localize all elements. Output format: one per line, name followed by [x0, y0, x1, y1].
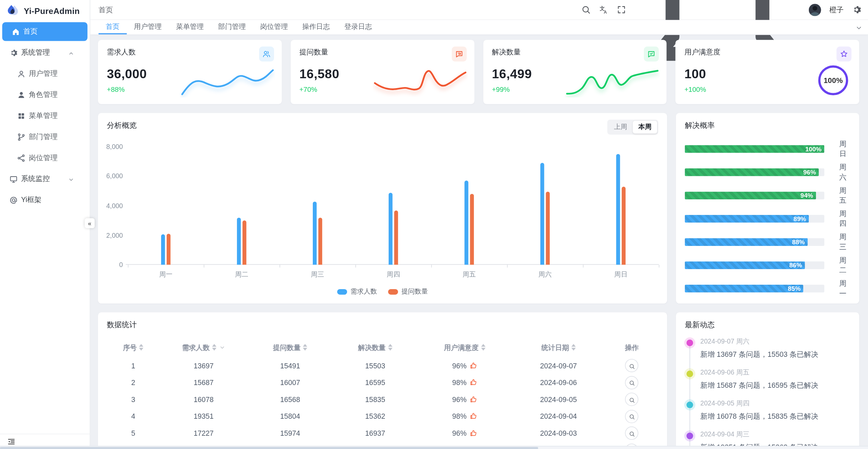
- search-icon[interactable]: [581, 5, 591, 15]
- sort-carets-icon[interactable]: [212, 344, 216, 351]
- bar-提问数量: [546, 192, 550, 265]
- timeline-item: 2024-09-06 周五新增 15687 条问题，16595 条已解决: [685, 368, 852, 390]
- x-axis-label: 周日: [583, 270, 659, 279]
- view-detail-button[interactable]: [625, 376, 639, 389]
- column-header-label: 用户满意度: [444, 344, 479, 352]
- sidebar-item-角色管理[interactable]: 角色管理: [0, 84, 90, 105]
- sidebar-item-菜单管理[interactable]: 菜单管理: [0, 105, 90, 126]
- satisfaction-cell: 96%: [418, 391, 512, 408]
- view-detail-button[interactable]: [625, 359, 639, 372]
- sidebar-item-首页[interactable]: 首页: [2, 22, 88, 41]
- tab-用户管理[interactable]: 用户管理: [127, 20, 169, 34]
- middle-row: 分析概览 上周本周 02,0004,0006,0008,000周一周二周三周四周…: [98, 113, 859, 303]
- sort-carets-icon[interactable]: [303, 344, 307, 351]
- sidebar-item-label: 首页: [23, 27, 37, 36]
- thumb-up-icon: [469, 379, 477, 386]
- timeline-dot: [686, 402, 693, 409]
- sidebar-item-用户管理[interactable]: 用户管理: [0, 63, 90, 84]
- sort-carets-icon[interactable]: [481, 344, 485, 351]
- table-cell: 16595: [333, 374, 418, 391]
- axis-tick: [507, 265, 508, 267]
- solve-rate-fill: 86%: [685, 262, 805, 269]
- solve-rate-card: 解决概率 100%周日96%周六94%周五89%周四88%周三86%周二85%周…: [676, 113, 859, 303]
- avatar[interactable]: [809, 4, 821, 16]
- view-detail-button[interactable]: [625, 427, 639, 440]
- sidebar-collapse-fab[interactable]: «: [85, 218, 95, 228]
- solve-rate-fill: 100%: [685, 145, 824, 153]
- solve-rate-track: 86%: [685, 262, 824, 269]
- view-detail-button[interactable]: [625, 393, 639, 406]
- sort-carets-icon[interactable]: [571, 344, 576, 351]
- stat-card-title: 提问数量: [300, 47, 465, 57]
- solve-rate-fill: 94%: [685, 192, 816, 199]
- bar-group-周五: 周五: [431, 147, 507, 265]
- sidebar-item-部门管理[interactable]: 部门管理: [0, 126, 90, 147]
- message-check-icon: [647, 50, 656, 58]
- view-detail-button[interactable]: [625, 410, 639, 423]
- tab-登录日志[interactable]: 登录日志: [337, 20, 379, 34]
- column-header-提问数量[interactable]: 提问数量: [248, 339, 333, 357]
- table-cell: 13697: [160, 357, 248, 374]
- axis-tick: [659, 265, 660, 267]
- axis-tick: [355, 265, 356, 267]
- y-axis-label: 2,000: [106, 231, 123, 239]
- horizontal-scrollbar-thumb[interactable]: [0, 447, 538, 449]
- bar-group-周一: 周一: [128, 147, 204, 265]
- x-axis-label: 周一: [128, 270, 204, 279]
- sparkline: [372, 66, 467, 97]
- toggle-上周[interactable]: 上周: [609, 121, 633, 133]
- tab-部门管理[interactable]: 部门管理: [211, 20, 253, 34]
- sidebar-item-岗位管理[interactable]: 岗位管理: [0, 147, 90, 168]
- settings-gear-icon[interactable]: [852, 5, 862, 15]
- action-cell: [606, 374, 658, 391]
- table-row: 316078165681583596%2024-09-05: [107, 391, 658, 408]
- column-header-用户满意度[interactable]: 用户满意度: [418, 339, 512, 357]
- column-header-需求人数[interactable]: 需求人数: [160, 339, 248, 357]
- timeline-date: 2024-09-05 周四: [700, 399, 853, 408]
- thumb-up-icon: [469, 395, 477, 403]
- fullscreen-icon[interactable]: [617, 5, 626, 15]
- sidebar-item-label: 岗位管理: [29, 153, 58, 163]
- tab-岗位管理[interactable]: 岗位管理: [253, 20, 295, 34]
- column-header-序号[interactable]: 序号: [107, 339, 159, 357]
- tab-菜单管理[interactable]: 菜单管理: [169, 20, 211, 34]
- horizontal-scrollbar: [0, 446, 868, 449]
- column-header-操作: 操作: [606, 339, 658, 357]
- sidebar-item-Yi框架[interactable]: Yi框架: [0, 189, 90, 211]
- tabs-collapse-chevron-icon[interactable]: [855, 23, 863, 31]
- sort-carets-icon[interactable]: [139, 344, 143, 351]
- date-cell: 2024-09-06: [512, 374, 606, 391]
- sidebar-item-系统监控[interactable]: 系统监控: [0, 168, 90, 189]
- magnifier-icon: [629, 380, 635, 386]
- x-axis-label: 周四: [355, 270, 431, 279]
- satisfaction-cell: 96%: [418, 425, 512, 442]
- bar-group-周六: 周六: [507, 147, 583, 265]
- latest-activity-title: 最新动态: [685, 320, 850, 330]
- solve-rate-row-周一: 85%周一: [685, 285, 850, 293]
- post-share-icon: [17, 154, 25, 162]
- table-cell: 15835: [333, 391, 418, 408]
- column-header-label: 解决数量: [358, 344, 386, 352]
- bar-需求人数: [161, 234, 165, 265]
- y-axis-label: 6,000: [106, 172, 123, 180]
- username[interactable]: 橙子: [829, 5, 844, 15]
- toggle-本周[interactable]: 本周: [633, 121, 657, 133]
- axis-tick: [128, 265, 129, 267]
- legend-label: 需求人数: [351, 287, 377, 296]
- column-header-label: 统计日期: [541, 344, 569, 352]
- tab-首页[interactable]: 首页: [99, 20, 127, 34]
- column-header-统计日期[interactable]: 统计日期: [512, 339, 606, 357]
- menu-fold-icon[interactable]: [7, 437, 15, 446]
- gear-icon: [10, 48, 18, 56]
- sort-carets-icon[interactable]: [388, 344, 392, 351]
- translate-icon[interactable]: 文A: [599, 5, 609, 15]
- home-icon: [12, 28, 20, 36]
- tab-操作日志[interactable]: 操作日志: [295, 20, 337, 34]
- sidebar-item-系统管理[interactable]: 系统管理: [0, 42, 90, 63]
- timeline-text: 新增 15687 条问题，16595 条已解决: [700, 381, 853, 390]
- column-header-解决数量[interactable]: 解决数量: [333, 339, 418, 357]
- statistics-table: 序号需求人数提问数量解决数量用户满意度统计日期操作 11369715491155…: [107, 339, 658, 449]
- action-cell: [606, 391, 658, 408]
- stat-card-title: 需求人数: [107, 47, 273, 57]
- chevron-up-icon: [68, 50, 74, 56]
